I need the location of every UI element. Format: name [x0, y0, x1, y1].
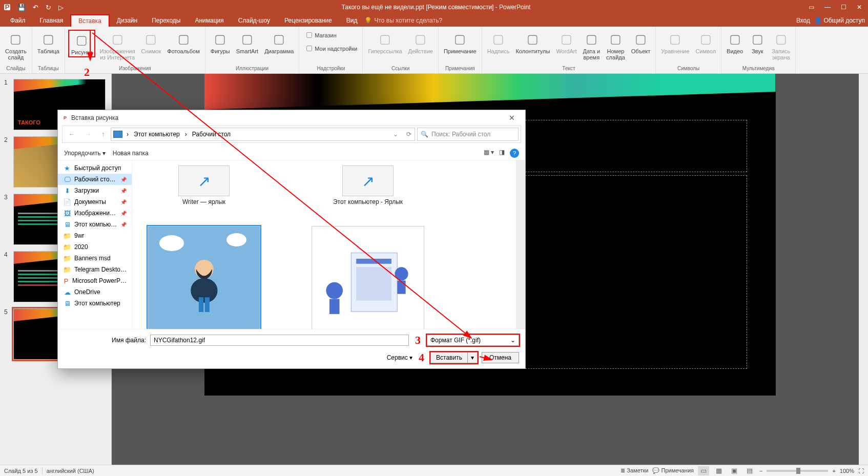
fit-to-window-icon[interactable]: ⛶ [858, 468, 864, 474]
ribbon-equation[interactable]: ▢Уравнение [659, 30, 691, 55]
chevron-right-icon[interactable]: › [127, 131, 129, 138]
file-this-pc-shortcut[interactable]: ↗Этот компьютер - Ярлык [301, 165, 435, 205]
tab-design[interactable]: Дизайн [110, 15, 144, 26]
tab-animations[interactable]: Анимация [188, 15, 231, 26]
zoom-out-icon[interactable]: − [759, 468, 762, 474]
view-normal-icon[interactable]: ▭ [698, 466, 709, 475]
nav-back-icon[interactable]: ← [65, 129, 79, 140]
ribbon-action[interactable]: ▢Действие [406, 30, 435, 55]
qat-redo-icon[interactable]: ↻ [46, 4, 51, 11]
view-reading-icon[interactable]: ▣ [729, 466, 740, 475]
dialog-file-area[interactable]: ↗Writer — ярлык↗Этот компьютер - ЯрлыкNY… [132, 160, 525, 329]
ribbon-photo-album[interactable]: ▢Фотоальбом [165, 30, 202, 55]
ribbon-textbox[interactable]: ▢Надпись [485, 30, 512, 55]
ribbon-screen-recording[interactable]: ▢Записьэкрана [770, 30, 792, 61]
tab-insert[interactable]: Вставка [70, 14, 110, 27]
ribbon-table[interactable]: ▢Таблица [35, 30, 61, 55]
qat-undo-icon[interactable]: ↶ [33, 4, 38, 11]
help-icon[interactable]: ? [510, 149, 519, 158]
ribbon-myaddins[interactable]: ▢Мои надстройки [302, 43, 359, 54]
slide-indicator[interactable]: Слайд 5 из 5 [4, 468, 38, 474]
filename-input[interactable] [150, 335, 409, 346]
ribbon-object[interactable]: ▢Объект [629, 30, 652, 55]
sidebar-pictures[interactable]: 🖼Изображени…📌 [58, 208, 132, 219]
comments-toggle[interactable]: 💬 Примечания [652, 467, 694, 474]
sidebar-downloads[interactable]: ⬇Загрузки📌 [58, 185, 132, 196]
crumb-desktop[interactable]: Рабочий стол [189, 130, 234, 139]
ribbon-comment[interactable]: ▢Примечание [442, 30, 479, 55]
sidebar-documents[interactable]: 📄Документы📌 [58, 196, 132, 208]
ribbon-shapes[interactable]: ▢Фигуры [209, 30, 232, 55]
ribbon-screenshot[interactable]: ▢Снимок [139, 30, 163, 55]
insert-button[interactable]: Вставить ▾ [430, 352, 478, 363]
maximize-icon[interactable]: ☐ [841, 4, 846, 11]
file-type-filter[interactable]: Формат GIF (*.gif) ⌄ [427, 335, 519, 346]
close-icon[interactable]: ✕ [857, 4, 862, 11]
ribbon-slide-number[interactable]: ▢Номерслайда [604, 30, 627, 61]
sidebar-desktop[interactable]: 🖵Рабочий сто…📌 [58, 174, 132, 185]
tab-review[interactable]: Рецензирование [277, 15, 339, 26]
preview-pane-icon[interactable]: ◨ [499, 149, 505, 158]
sidebar-ms-powerpoint[interactable]: PMicrosoft PowerP… [58, 275, 132, 286]
sidebar-this-pc-side[interactable]: 🖥Этот компью…📌 [58, 219, 132, 230]
ribbon-smartart[interactable]: ▢SmartArt [234, 30, 260, 55]
sidebar-onedrive[interactable]: ☁OneDrive [58, 286, 132, 298]
zoom-value[interactable]: 100% [840, 468, 854, 474]
ribbon-hyperlink[interactable]: ▢Гиперссылка [366, 30, 404, 55]
qat-save-icon[interactable]: 💾 [17, 4, 26, 11]
language-indicator[interactable]: английский (США) [47, 468, 94, 474]
qat-start-slideshow-icon[interactable]: ▷ [58, 4, 64, 11]
refresh-icon[interactable]: ⟳ [403, 131, 415, 138]
file-writer-shortcut[interactable]: ↗Writer — ярлык [137, 165, 271, 205]
tab-file[interactable]: Файл [3, 15, 33, 26]
tab-home[interactable]: Главная [33, 15, 71, 26]
login-link[interactable]: Вход [796, 17, 810, 24]
zoom-in-icon[interactable]: + [832, 468, 835, 474]
ribbon-symbol[interactable]: ▢Символ [693, 30, 718, 55]
crumb-this-pc[interactable]: Этот компьютер [131, 130, 183, 139]
sidebar-folder-2020[interactable]: 📁2020 [58, 241, 132, 253]
nav-up-icon[interactable]: ↑ [97, 129, 109, 140]
sidebar-quick-access[interactable]: ★Быстрый доступ [58, 162, 132, 174]
view-mode-icon[interactable]: ▦ ▾ [484, 149, 494, 158]
nav-forward-icon[interactable]: → [81, 129, 95, 140]
new-folder-button[interactable]: Новая папка [113, 150, 149, 157]
sidebar-folder-9wr[interactable]: 📁9wr [58, 230, 132, 241]
insert-dropdown-icon[interactable]: ▾ [468, 354, 477, 361]
file-analysis[interactable]: анализ.gif [301, 226, 435, 329]
ribbon-video[interactable]: ▢Видео [725, 30, 745, 55]
view-slideshow-icon[interactable]: ▤ [744, 466, 755, 475]
tab-view[interactable]: Вид [339, 15, 365, 26]
tab-slideshow[interactable]: Слайд-шоу [231, 15, 277, 26]
ribbon-new-slide[interactable]: ▢Создатьслайд [3, 30, 29, 61]
tell-me-search[interactable]: 💡 Что вы хотите сделать? [364, 17, 442, 24]
notes-toggle[interactable]: ≣ Заметки [621, 467, 648, 474]
share-button[interactable]: 👤 Общий доступ [814, 17, 865, 24]
ribbon-header-footer[interactable]: ▢Колонтитулы [513, 30, 552, 55]
dialog-sidebar[interactable]: ★Быстрый доступ🖵Рабочий сто…📌⬇Загрузки📌📄… [58, 160, 132, 329]
breadcrumb[interactable]: › Этот компьютер › Рабочий стол ⌄ ⟳ [111, 128, 415, 141]
path-dropdown-icon[interactable]: ⌄ [390, 131, 401, 138]
minimize-icon[interactable]: — [824, 4, 831, 11]
ribbon-chart[interactable]: ▢Диаграмма [262, 30, 296, 55]
sidebar-folder-telegram[interactable]: 📁Telegram Deskto… [58, 264, 132, 275]
vertical-scrollbar[interactable] [859, 74, 868, 465]
chevron-right-icon[interactable]: › [185, 131, 187, 138]
ribbon-wordart[interactable]: ▢WordArt [554, 30, 578, 55]
ribbon-audio[interactable]: ▢Звук [747, 30, 768, 55]
view-sorter-icon[interactable]: ▦ [713, 466, 725, 475]
file-nycgif[interactable]: NYCGifathon12.gif [137, 226, 271, 329]
sidebar-this-pc[interactable]: 🖥Этот компьютер [58, 298, 132, 309]
ribbon-display-icon[interactable]: ▭ [809, 4, 814, 11]
ribbon-date-time[interactable]: ▢Дата ивремя [581, 30, 603, 61]
tab-transitions[interactable]: Переходы [144, 15, 188, 26]
cancel-button[interactable]: Отмена [482, 352, 519, 363]
sidebar-folder-banners[interactable]: 📁Banners msd [58, 253, 132, 264]
dialog-search[interactable]: 🔍 Поиск: Рабочий стол [417, 128, 519, 141]
tools-menu[interactable]: Сервис ▾ [387, 354, 412, 361]
organize-menu[interactable]: Упорядочить ▾ [64, 150, 106, 157]
dialog-titlebar[interactable]: P Вставка рисунка ✕ [58, 110, 525, 126]
ribbon-online-pictures[interactable]: ▢Изображенияиз Интернета [97, 30, 137, 61]
dialog-close-icon[interactable]: ✕ [503, 114, 521, 122]
ribbon-store[interactable]: ▢Магазин [302, 30, 338, 41]
